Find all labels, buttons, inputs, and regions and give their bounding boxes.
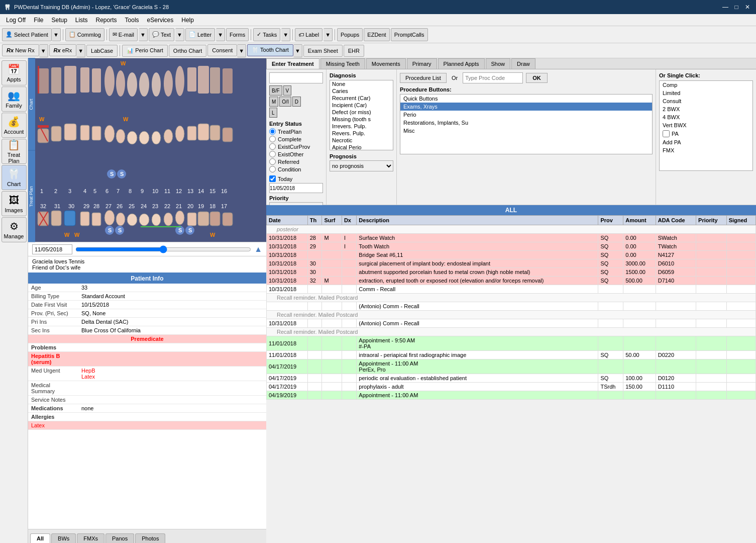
diag-none[interactable]: None	[330, 80, 393, 87]
diag-recurrent[interactable]: Recurrent (Car)	[330, 95, 393, 102]
promptcalls-button[interactable]: PromptCalls	[391, 28, 428, 41]
th-amount[interactable]: Amount	[623, 216, 656, 225]
proc-btn-perio[interactable]: Perio	[400, 111, 652, 119]
table-row[interactable]: 10/31/2018 28 M I Surface Watch SQ 0.00 …	[267, 234, 756, 242]
proc-code-input[interactable]	[463, 72, 523, 83]
sc-fmx[interactable]: FMX	[660, 146, 752, 154]
menu-eservices[interactable]: eServices	[143, 16, 178, 25]
tasks-button[interactable]: ✓ Tasks	[253, 28, 280, 41]
new-rx-arrow[interactable]: ▼	[39, 44, 48, 57]
sidebar-manage[interactable]: ⚙ Manage	[2, 217, 27, 242]
proc-btn-quick[interactable]: Quick Buttons	[400, 95, 652, 103]
proc-btn-misc[interactable]: Misc	[400, 127, 652, 135]
procedure-list-button[interactable]: Procedure List	[400, 73, 447, 83]
table-row[interactable]: Recall reminder. Mailed Postcard	[267, 328, 756, 336]
table-row[interactable]: Recall reminder. Mailed Postcard	[267, 294, 756, 302]
ezdent-button[interactable]: EZDent	[364, 28, 389, 41]
maximize-button[interactable]: □	[732, 3, 741, 11]
diag-missing[interactable]: Missing (tooth s	[330, 116, 393, 123]
select-patient-button[interactable]: 👤 Select Patient	[2, 28, 52, 41]
diag-defect[interactable]: Defect (or miss)	[330, 109, 393, 116]
d-button[interactable]: D	[292, 97, 301, 107]
tab-enter-treatment[interactable]: Enter Treatment	[266, 58, 319, 69]
table-row[interactable]: 10/31/2018 29 I Tooth Watch SQ 0.00 TWat…	[267, 242, 756, 251]
treatment-code-input[interactable]	[269, 72, 323, 83]
popups-button[interactable]: Popups	[337, 28, 363, 41]
side-label-chart[interactable]: Chart	[28, 58, 35, 150]
th-dx[interactable]: Dx	[342, 216, 356, 225]
menu-file[interactable]: File	[30, 16, 47, 25]
text-arrow[interactable]: ▼	[175, 28, 184, 41]
radio-treatplan[interactable]: TreatPlan	[269, 128, 323, 135]
tab-missing-teeth[interactable]: Missing Teeth	[320, 58, 365, 69]
new-rx-button[interactable]: Rx New Rx	[2, 44, 39, 56]
diag-incipient[interactable]: Incipient (Car)	[330, 102, 393, 109]
minimize-button[interactable]: —	[721, 3, 730, 11]
tab-planned-appts[interactable]: Planned Appts	[438, 58, 485, 69]
diag-necrotic[interactable]: Necrotic	[330, 137, 393, 144]
table-row[interactable]: 10/31/2018 Comm - Recall	[267, 285, 756, 294]
l-button[interactable]: L	[269, 108, 277, 118]
th-description[interactable]: Description	[357, 216, 598, 225]
sc-add-pa[interactable]: Add PA	[660, 138, 752, 146]
sidebar-family[interactable]: 👥 Family	[2, 86, 27, 112]
date-slider[interactable]	[75, 245, 251, 253]
bf-button[interactable]: B/F	[269, 85, 282, 96]
th-surf[interactable]: Surf	[322, 216, 342, 225]
prognosis-select[interactable]: no prognosis	[330, 160, 393, 171]
tab-panos[interactable]: Panos	[105, 533, 134, 543]
table-row[interactable]: 10/31/201832M extraction, erupted tooth …	[267, 277, 756, 285]
forms-button[interactable]: Forms	[226, 28, 249, 41]
sidebar-appts[interactable]: 📅 Appts	[2, 60, 27, 85]
consent-arrow[interactable]: ▼	[237, 44, 246, 57]
tab-show[interactable]: Show	[486, 58, 511, 69]
tooth-chart-canvas[interactable]: 1 2 3 4 5 6 7 8 9 10 11 12 13 14 15 16	[35, 58, 266, 242]
m-button[interactable]: M	[269, 97, 278, 107]
diag-apical[interactable]: Apical Perio	[330, 144, 393, 150]
tasks-arrow[interactable]: ▼	[281, 28, 290, 41]
sc-2bwx[interactable]: 2 BWX	[660, 105, 752, 113]
sc-4bwx[interactable]: 4 BWX	[660, 113, 752, 121]
table-row[interactable]: 04/17/2019 Appointment - 11:00 AMPerEx, …	[267, 359, 756, 374]
menu-setup[interactable]: Setup	[47, 16, 71, 25]
ortho-chart-button[interactable]: Ortho Chart	[169, 45, 206, 57]
radio-existother[interactable]: ExistOther	[269, 151, 323, 157]
sidebar-chart[interactable]: 🦷 Chart	[2, 165, 27, 190]
th-ada-code[interactable]: ADA Code	[656, 216, 696, 225]
diag-revers[interactable]: Revers. Pulp.	[330, 130, 393, 137]
consent-button[interactable]: Consent	[207, 44, 237, 56]
table-row[interactable]: 10/31/201830 abutment supported porcelai…	[267, 268, 756, 277]
sc-comp[interactable]: Comp	[660, 81, 752, 89]
table-row[interactable]: 10/31/201830 surgical placement of impla…	[267, 259, 756, 268]
pa-checkbox[interactable]	[663, 130, 670, 137]
label-arrow[interactable]: ▼	[323, 28, 333, 41]
sidebar-account[interactable]: 💰 Account	[2, 113, 27, 138]
today-checkbox[interactable]	[269, 175, 276, 182]
diag-irrevers[interactable]: Irrevers. Pulp.	[330, 123, 393, 130]
labcase-button[interactable]: LabCase	[86, 45, 118, 57]
th-prov[interactable]: Prov	[598, 216, 623, 225]
commlog-button[interactable]: 📋 Commlog	[65, 28, 104, 41]
tooth-chart-button[interactable]: 🦷 Tooth Chart	[247, 44, 293, 56]
exam-sheet-button[interactable]: Exam Sheet	[303, 45, 343, 57]
records-table-wrap[interactable]: Date Th Surf Dx Description Prov Amount …	[266, 215, 756, 543]
table-row[interactable]: 11/01/2018 Appointment - 9:50 AM#-PA	[267, 336, 756, 351]
tab-all[interactable]: All	[30, 533, 50, 543]
email-arrow[interactable]: ▼	[139, 28, 148, 41]
ok-button[interactable]: OK	[526, 73, 548, 83]
letter-button[interactable]: 📄 Letter	[185, 28, 215, 41]
sc-limited[interactable]: Limited	[660, 89, 752, 97]
table-row[interactable]: 04/17/2019 periodic oral evaluation - es…	[267, 374, 756, 383]
text-button[interactable]: 💬 Text	[149, 28, 174, 41]
tab-primary[interactable]: Primary	[407, 58, 437, 69]
tab-fmxs[interactable]: FMXs	[77, 533, 104, 543]
erx-arrow[interactable]: ▼	[76, 44, 85, 57]
radio-existcurprov[interactable]: ExistCurProv	[269, 143, 323, 150]
close-button[interactable]: ✕	[743, 3, 752, 11]
select-patient-arrow[interactable]: ▼	[52, 28, 61, 41]
perio-chart-button[interactable]: 📊 Perio Chart	[122, 45, 168, 57]
table-row[interactable]: 10/31/2018 (Antonio) Comm - Recall	[267, 319, 756, 328]
proc-btn-exams[interactable]: Exams, Xrays	[400, 103, 652, 111]
erx-button[interactable]: Rx eRx	[49, 44, 77, 56]
sc-vert-bwx[interactable]: Vert BWX	[660, 121, 752, 129]
